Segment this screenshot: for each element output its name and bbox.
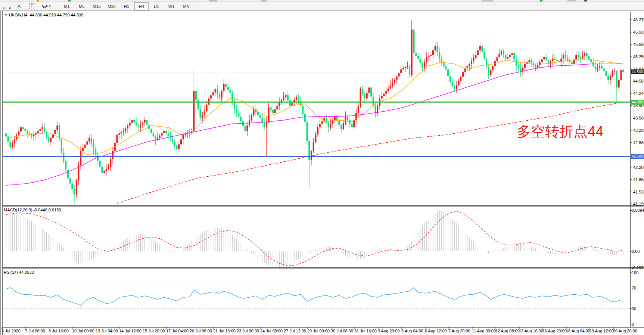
date-axis-label: 10 Jul 00:00: [72, 329, 94, 333]
date-axis-label: 17 Jul 04:00: [166, 329, 189, 333]
ohlc-readout: 44.890 44.910 44.790 44.830: [30, 13, 84, 17]
date-axis-label: 12 Aug 08:00: [495, 329, 520, 333]
symbol-dropdown-icon[interactable]: ▼: [4, 13, 7, 17]
rsi-tick-label: 30: [632, 307, 636, 311]
macd-tick-label: 0.00: [632, 249, 640, 254]
date-axis-label: 27 Jul 12:00: [284, 329, 306, 333]
price-tick-label: 44.580: [633, 79, 644, 83]
date-axis-label: 21 Jul 16:00: [213, 329, 236, 333]
date-axis-label: 3 Aug 20:00: [378, 329, 400, 333]
date-axis-label: 24 Jul 08:00: [260, 329, 283, 333]
date-axis-label: 13 Jul 04:00: [96, 329, 118, 333]
macd-panel-canvas[interactable]: [3, 207, 630, 267]
symbol-timeframe-label: UKOil-,H4: [9, 13, 28, 17]
rsi-tick-label: 0: [632, 322, 634, 326]
price-tick-label: 41.190: [633, 202, 644, 206]
price-tick-label: 44.240: [633, 91, 644, 96]
rsi-tick-label: 100: [632, 270, 638, 275]
price-tick-label: 45.250: [633, 55, 644, 59]
price-tick-label: 43.560: [633, 116, 644, 120]
price-level-badge: 44.000: [631, 100, 644, 105]
date-axis-label: 20 Jul 08:00: [190, 329, 212, 333]
date-axis-label: 18 Aug 04:00: [566, 329, 590, 333]
price-tick-label: 43.220: [633, 128, 644, 133]
date-axis-label: 13 Aug 16:00: [519, 329, 543, 333]
date-axis-label: 5 Aug 04:00: [401, 329, 423, 333]
rsi-panel-canvas[interactable]: [3, 269, 630, 327]
rsi-tick-label: 70: [632, 286, 636, 290]
terminal-window: { "toolbar": { "tools": [ {"id": "crossh…: [0, 0, 644, 335]
date-axis-label: 11 Aug 00:00: [472, 329, 496, 333]
date-axis-label: 6 Jul 2020: [1, 329, 21, 333]
price-tick-label: 45.590: [633, 42, 644, 47]
price-level-badge: 44.830: [631, 69, 644, 74]
price-tick-label: 41.520: [633, 190, 644, 194]
date-axis-label: 19 Aug 12:00: [589, 329, 614, 333]
date-axis-label: 14 Jul 12:00: [119, 329, 141, 333]
macd-tick-label: -0.2032: [632, 266, 644, 270]
price-tick-label: 45.930: [633, 30, 644, 34]
date-axis-label: 6 Aug 12:00: [425, 329, 447, 333]
price-level-badge: 42.500: [631, 154, 644, 159]
price-tick-label: 41.860: [633, 177, 644, 182]
macd-indicator-label: MACD(12,26,9) -0.0446 0.0150: [4, 208, 61, 212]
date-axis-label: 29 Jul 00:00: [307, 329, 330, 333]
price-tick-label: 42.880: [633, 140, 644, 145]
main-chart-canvas[interactable]: [3, 12, 630, 205]
date-axis-label: 16 Aug 23:00: [542, 329, 567, 333]
date-axis-label: 7 Aug 20:00: [448, 329, 470, 333]
price-tick-label: 42.200: [633, 165, 644, 170]
price-tick-label: 46.270: [633, 18, 644, 22]
date-axis-label: 23 Jul 00:00: [237, 329, 259, 333]
date-axis-label: 20 Aug 20:00: [613, 329, 637, 333]
date-axis-label: 30 Jul 08:00: [331, 329, 353, 333]
date-axis-label: 15 Jul 20:00: [143, 329, 165, 333]
chart-title: ▼UKOil-,H4 44.890 44.910 44.790 44.830: [4, 13, 83, 17]
chart-text-annotation: 多空转折点44: [517, 122, 603, 141]
macd-tick-label: 0.5094: [632, 208, 644, 213]
date-axis-label: 7 Jul 08:00: [25, 329, 45, 333]
date-axis-label: 8 Jul 16:00: [49, 329, 69, 333]
rsi-indicator-label: RSI(14) 44.0533: [4, 270, 34, 274]
date-axis-label: 31 Jul 16:00: [354, 329, 377, 333]
